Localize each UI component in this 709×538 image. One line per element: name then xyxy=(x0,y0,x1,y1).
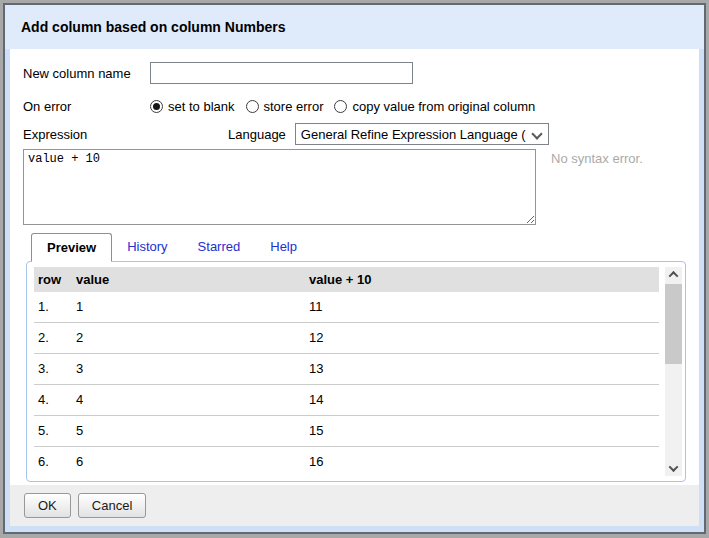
cell-row-index: 5. xyxy=(34,416,72,447)
column-header-value: value xyxy=(72,267,305,292)
table-row: 6. 6 16 xyxy=(34,447,659,477)
preview-table-container: row value value + 10 1. 1 11 2. xyxy=(34,267,659,476)
expression-label: Expression xyxy=(23,127,150,142)
column-header-row: row xyxy=(34,267,72,292)
screen: { "dialog": { "title": "Add column based… xyxy=(0,0,709,538)
table-row: 5. 5 15 xyxy=(34,416,659,447)
cell-value: 3 xyxy=(72,354,305,385)
new-column-name-label: New column name xyxy=(23,66,150,81)
new-column-name-input[interactable] xyxy=(150,62,413,84)
radio-label-set-to-blank: set to blank xyxy=(168,99,235,114)
dialog-footer: OK Cancel xyxy=(10,485,699,526)
preview-table: row value value + 10 1. 1 11 2. xyxy=(34,267,659,476)
cell-row-index: 1. xyxy=(34,292,72,323)
cell-row-index: 6. xyxy=(34,447,72,477)
column-header-result: value + 10 xyxy=(305,267,659,292)
radio-label-store-error: store error xyxy=(264,99,324,114)
add-column-dialog: Add column based on column Numbers New c… xyxy=(3,3,706,534)
cell-result: 12 xyxy=(305,323,659,354)
cancel-button[interactable]: Cancel xyxy=(78,493,146,518)
tab-preview[interactable]: Preview xyxy=(31,233,112,262)
on-error-row: On error set to blank store error copy v… xyxy=(23,99,686,114)
radio-copy-value[interactable] xyxy=(334,100,347,113)
cell-result: 13 xyxy=(305,354,659,385)
table-row: 1. 1 11 xyxy=(34,292,659,323)
cell-result: 11 xyxy=(305,292,659,323)
scrollbar-thumb[interactable] xyxy=(665,284,682,364)
table-row: 3. 3 13 xyxy=(34,354,659,385)
on-error-radio-group: set to blank store error copy value from… xyxy=(150,99,546,114)
new-column-name-row: New column name xyxy=(23,62,686,84)
expression-editor-row: value + 10 No syntax error. xyxy=(23,149,686,225)
table-header-row: row value value + 10 xyxy=(34,267,659,292)
cell-row-index: 3. xyxy=(34,354,72,385)
tab-help[interactable]: Help xyxy=(255,233,312,261)
language-label: Language xyxy=(228,127,286,142)
vertical-scrollbar[interactable] xyxy=(665,267,682,476)
cell-value: 1 xyxy=(72,292,305,323)
cell-value: 2 xyxy=(72,323,305,354)
dialog-title: Add column based on column Numbers xyxy=(21,19,285,35)
dialog-header: Add column based on column Numbers xyxy=(5,5,704,49)
language-select[interactable]: General Refine Expression Language (GREL… xyxy=(295,123,549,145)
expression-textarea[interactable]: value + 10 xyxy=(23,149,536,225)
radio-label-copy-value: copy value from original column xyxy=(352,99,535,114)
chevron-up-icon xyxy=(669,271,679,281)
cell-value: 6 xyxy=(72,447,305,477)
radio-option-store-error[interactable]: store error xyxy=(246,99,324,114)
ok-button[interactable]: OK xyxy=(24,493,71,518)
dialog-body: New column name On error set to blank st… xyxy=(10,49,699,485)
radio-store-error[interactable] xyxy=(246,100,259,113)
radio-set-to-blank[interactable] xyxy=(150,100,163,113)
cell-row-index: 2. xyxy=(34,323,72,354)
cell-result: 15 xyxy=(305,416,659,447)
radio-option-set-to-blank[interactable]: set to blank xyxy=(150,99,235,114)
cell-value: 4 xyxy=(72,385,305,416)
cell-row-index: 4. xyxy=(34,385,72,416)
cell-value: 5 xyxy=(72,416,305,447)
tab-history[interactable]: History xyxy=(112,233,182,261)
tab-starred[interactable]: Starred xyxy=(183,233,256,261)
syntax-status: No syntax error. xyxy=(551,151,643,166)
scroll-up-button[interactable] xyxy=(665,267,682,282)
chevron-down-icon xyxy=(669,462,679,472)
expression-language-row: Expression Language General Refine Expre… xyxy=(23,123,686,145)
cell-result: 14 xyxy=(305,385,659,416)
on-error-label: On error xyxy=(23,99,150,114)
preview-panel: row value value + 10 1. 1 11 2. xyxy=(26,261,686,482)
cell-result: 16 xyxy=(305,447,659,477)
language-select-wrap: General Refine Expression Language (GREL… xyxy=(295,123,549,145)
scroll-down-button[interactable] xyxy=(665,461,682,476)
radio-option-copy-value[interactable]: copy value from original column xyxy=(334,99,535,114)
table-row: 2. 2 12 xyxy=(34,323,659,354)
table-row: 4. 4 14 xyxy=(34,385,659,416)
tab-bar: Preview History Starred Help xyxy=(31,233,686,261)
